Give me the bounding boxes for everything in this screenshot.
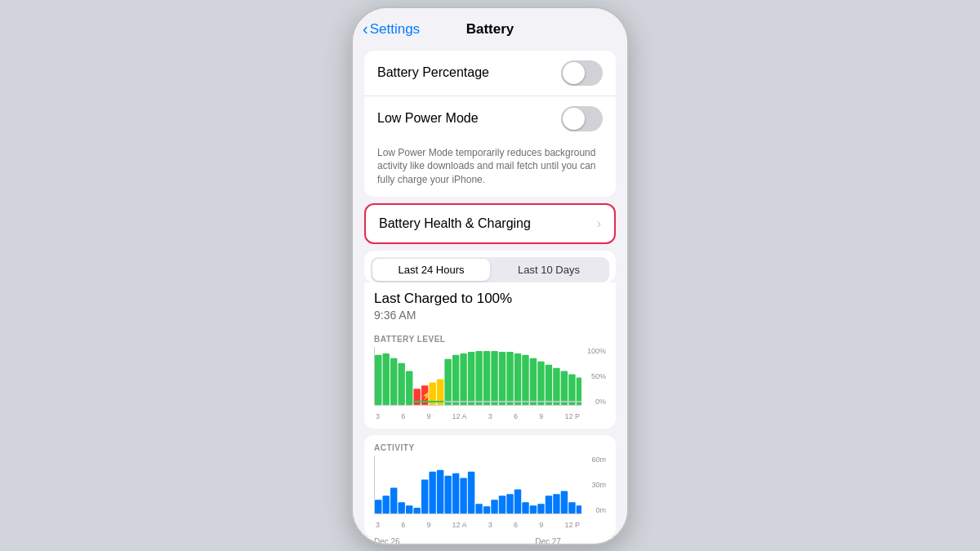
x-label-6p: 6	[514, 412, 518, 420]
act-x-3p: 3	[488, 521, 492, 529]
svg-rect-2	[390, 358, 397, 405]
svg-rect-32	[390, 487, 397, 513]
battery-health-chevron-icon: ›	[597, 216, 601, 231]
svg-rect-49	[522, 502, 528, 513]
x-label-3p: 3	[488, 412, 492, 420]
svg-rect-46	[499, 495, 506, 513]
svg-rect-11	[460, 353, 466, 405]
svg-rect-15	[491, 351, 497, 405]
svg-rect-54	[561, 491, 568, 513]
svg-rect-4	[406, 371, 412, 404]
act-x-3a: 3	[376, 521, 380, 529]
svg-rect-31	[382, 495, 389, 513]
activity-chart-wrapper: 60m 30m 0m	[374, 455, 606, 529]
svg-rect-33	[398, 502, 404, 513]
activity-label: ACTIVITY	[374, 443, 606, 452]
battery-chart-card: BATTERY LEVEL 100% 50% 0%	[364, 328, 616, 429]
low-power-mode-row: Low Power Mode	[364, 96, 616, 141]
svg-rect-26	[577, 377, 581, 405]
activity-bars-svg	[375, 455, 581, 513]
back-chevron-icon: ‹	[363, 20, 368, 38]
back-label[interactable]: Settings	[370, 21, 420, 38]
low-power-mode-toggle[interactable]	[561, 106, 603, 131]
act-x-6a: 6	[401, 521, 405, 529]
svg-rect-40	[452, 473, 459, 513]
svg-rect-10	[452, 355, 459, 405]
svg-rect-25	[568, 374, 575, 404]
svg-rect-48	[514, 489, 521, 513]
svg-rect-37	[429, 472, 435, 513]
phone-frame: ‹ Settings Battery Battery Percentage Lo…	[351, 7, 629, 545]
svg-rect-53	[553, 494, 559, 513]
date-right: Dec 27	[490, 537, 606, 544]
act-x-9a: 9	[426, 521, 430, 529]
x-label-12p: 12 P	[564, 412, 580, 420]
svg-rect-42	[468, 472, 474, 513]
svg-rect-30	[375, 500, 381, 513]
svg-rect-19	[522, 355, 528, 405]
y-label-60m: 60m	[591, 455, 606, 464]
svg-rect-9	[444, 359, 451, 405]
charged-info: Last Charged to 100% 9:36 AM	[364, 282, 616, 328]
svg-rect-44	[483, 506, 490, 513]
svg-rect-12	[468, 352, 474, 405]
battery-level-label: BATTERY LEVEL	[374, 335, 606, 344]
tab-last-24-hours[interactable]: Last 24 Hours	[372, 259, 490, 281]
battery-percentage-label: Battery Percentage	[377, 65, 489, 80]
x-label-6a: 6	[401, 412, 405, 420]
y-label-30m: 30m	[591, 481, 606, 489]
svg-rect-43	[475, 504, 482, 513]
date-labels: Dec 26 Dec 27	[364, 537, 616, 544]
y-label-100: 100%	[587, 347, 606, 355]
svg-rect-14	[483, 351, 490, 405]
svg-rect-1	[382, 353, 389, 405]
activity-chart-card: ACTIVITY 60m 30m 0m	[364, 435, 616, 537]
x-label-9a: 9	[426, 412, 430, 420]
charged-time: 9:36 AM	[374, 309, 606, 322]
svg-rect-39	[444, 476, 451, 513]
charged-title: Last Charged to 100%	[374, 291, 606, 307]
battery-bars-svg: ⚡	[375, 347, 581, 405]
svg-rect-45	[491, 500, 497, 513]
toggle-knob-2	[563, 108, 585, 130]
act-x-12p: 12 P	[564, 521, 580, 529]
battery-health-row[interactable]: Battery Health & Charging ›	[366, 205, 614, 242]
svg-rect-22	[546, 365, 552, 405]
svg-rect-24	[561, 371, 568, 404]
x-label-3a: 3	[376, 412, 380, 420]
activity-x-labels: 3 6 9 12 A 3 6 9 12 P	[374, 521, 581, 529]
battery-bars-area: ⚡	[374, 347, 581, 406]
svg-rect-35	[413, 508, 420, 513]
svg-text:⚡: ⚡	[421, 390, 432, 401]
svg-rect-41	[460, 478, 466, 513]
battery-percentage-toggle[interactable]	[561, 60, 603, 86]
page-title: Battery	[466, 21, 514, 38]
svg-rect-21	[537, 362, 544, 405]
tab-row: Last 24 Hours Last 10 Days	[371, 257, 609, 282]
svg-rect-18	[514, 353, 521, 405]
act-x-6p: 6	[514, 521, 518, 529]
date-left: Dec 26	[374, 537, 490, 544]
back-button[interactable]: ‹ Settings	[363, 20, 420, 38]
svg-rect-50	[530, 505, 537, 513]
svg-rect-3	[398, 363, 404, 405]
act-x-9p: 9	[539, 521, 543, 529]
battery-health-card[interactable]: Battery Health & Charging ›	[364, 203, 616, 244]
svg-rect-38	[437, 470, 443, 513]
svg-rect-34	[406, 505, 412, 513]
activity-bars-area	[374, 455, 581, 514]
svg-rect-16	[499, 352, 506, 405]
y-label-0: 0%	[595, 398, 606, 406]
battery-percentage-row: Battery Percentage	[364, 51, 616, 96]
time-tabs-container: Last 24 Hours Last 10 Days	[364, 251, 616, 282]
battery-x-labels: 3 6 9 12 A 3 6 9 12 P	[374, 412, 581, 420]
header: ‹ Settings Battery	[353, 8, 627, 44]
svg-rect-55	[568, 502, 575, 513]
screen: ‹ Settings Battery Battery Percentage Lo…	[353, 8, 627, 544]
y-label-50: 50%	[591, 372, 606, 380]
svg-rect-47	[506, 494, 513, 513]
svg-rect-23	[553, 368, 559, 405]
svg-rect-20	[530, 358, 537, 405]
tab-last-10-days[interactable]: Last 10 Days	[490, 259, 608, 281]
activity-y-labels: 60m 30m 0m	[591, 455, 606, 514]
